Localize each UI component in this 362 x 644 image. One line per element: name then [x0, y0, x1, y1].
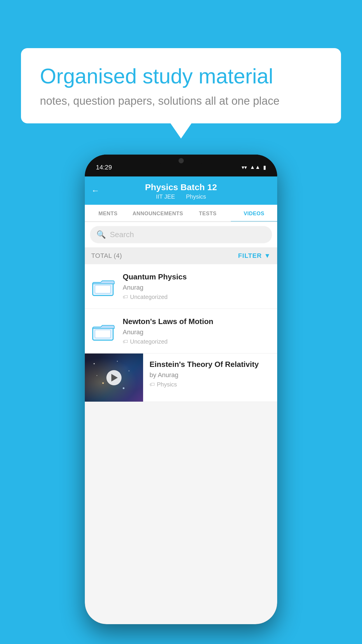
speech-bubble-container: Organised study material notes, question…	[21, 48, 341, 123]
search-bar[interactable]: 🔍 Search	[90, 226, 272, 243]
phone-notch	[159, 155, 204, 167]
tag-icon-1: 🏷	[123, 294, 128, 300]
app-header: ← Physics Batch 12 IIT JEE Physics	[85, 176, 277, 205]
folder-icon	[92, 275, 115, 295]
phone-screen: ← Physics Batch 12 IIT JEE Physics MENTS…	[85, 176, 277, 624]
filter-button[interactable]: FILTER ▼	[238, 252, 271, 260]
header-title: Physics Batch 12	[92, 182, 270, 192]
tab-tests[interactable]: TESTS	[184, 205, 231, 221]
tab-ments[interactable]: MENTS	[85, 205, 131, 221]
list-item[interactable]: Newton's Laws of Motion Anurag 🏷 Uncateg…	[85, 309, 277, 354]
speech-bubble-subtitle: notes, question papers, solutions all at…	[40, 95, 322, 107]
video-title-1: Quantum Physics	[123, 272, 271, 281]
tab-announcements[interactable]: ANNOUNCEMENTS	[131, 205, 185, 221]
status-icons: ▾▾ ▲▲ ▮	[242, 164, 266, 171]
total-count: TOTAL (4)	[91, 252, 122, 260]
signal-icon: ▲▲	[250, 164, 260, 170]
list-item[interactable]: Einstein's Theory Of Relativity by Anura…	[85, 354, 277, 402]
video-title-3: Einstein's Theory Of Relativity	[150, 360, 271, 369]
speech-bubble-title: Organised study material	[40, 64, 322, 88]
tag-icon-3: 🏷	[150, 382, 155, 388]
filter-funnel-icon: ▼	[264, 252, 271, 260]
svg-rect-1	[95, 285, 111, 293]
tag-icon-2: 🏷	[123, 339, 128, 345]
speech-bubble: Organised study material notes, question…	[21, 48, 341, 123]
status-time: 14:29	[96, 164, 112, 171]
video-thumbnail-1	[91, 272, 116, 298]
svg-rect-3	[95, 330, 111, 338]
filter-label: FILTER	[238, 252, 262, 260]
video-tag-2: 🏷 Uncategorized	[123, 338, 271, 345]
battery-icon: ▮	[263, 164, 266, 171]
play-triangle-icon	[111, 374, 118, 382]
phone-wrapper: 14:29 ▾▾ ▲▲ ▮ ← Physics Batch 12 IIT JEE…	[85, 155, 277, 624]
status-bar: 14:29 ▾▾ ▲▲ ▮	[85, 155, 277, 176]
tabs-bar: MENTS ANNOUNCEMENTS TESTS VIDEOS	[85, 205, 277, 222]
video-info-3: Einstein's Theory Of Relativity by Anura…	[150, 354, 271, 394]
search-container: 🔍 Search	[85, 222, 277, 247]
video-info-1: Quantum Physics Anurag 🏷 Uncategorized	[123, 272, 271, 300]
video-list: Quantum Physics Anurag 🏷 Uncategorized	[85, 264, 277, 402]
video-info-2: Newton's Laws of Motion Anurag 🏷 Uncateg…	[123, 317, 271, 345]
video-tag-1: 🏷 Uncategorized	[123, 294, 271, 300]
video-author-2: Anurag	[123, 328, 271, 336]
folder-icon-2	[92, 320, 115, 340]
header-subtitle-part2: Physics	[186, 193, 206, 200]
play-button-3[interactable]	[106, 370, 122, 385]
tab-videos[interactable]: VIDEOS	[231, 205, 277, 221]
video-thumbnail-3	[85, 354, 143, 402]
search-icon: 🔍	[96, 230, 106, 239]
header-subtitle-part1: IIT JEE	[156, 193, 175, 200]
search-placeholder: Search	[110, 230, 134, 239]
video-author-1: Anurag	[123, 284, 271, 291]
video-tag-3: 🏷 Physics	[150, 381, 271, 388]
front-camera	[178, 158, 184, 163]
header-subtitle: IIT JEE Physics	[92, 193, 270, 200]
list-item[interactable]: Quantum Physics Anurag 🏷 Uncategorized	[85, 264, 277, 309]
video-author-3: by Anurag	[150, 371, 271, 379]
filter-bar: TOTAL (4) FILTER ▼	[85, 247, 277, 264]
video-title-2: Newton's Laws of Motion	[123, 317, 271, 326]
video-thumbnail-2	[91, 317, 116, 343]
phone-device: 14:29 ▾▾ ▲▲ ▮ ← Physics Batch 12 IIT JEE…	[85, 155, 277, 624]
wifi-icon: ▾▾	[242, 164, 247, 171]
